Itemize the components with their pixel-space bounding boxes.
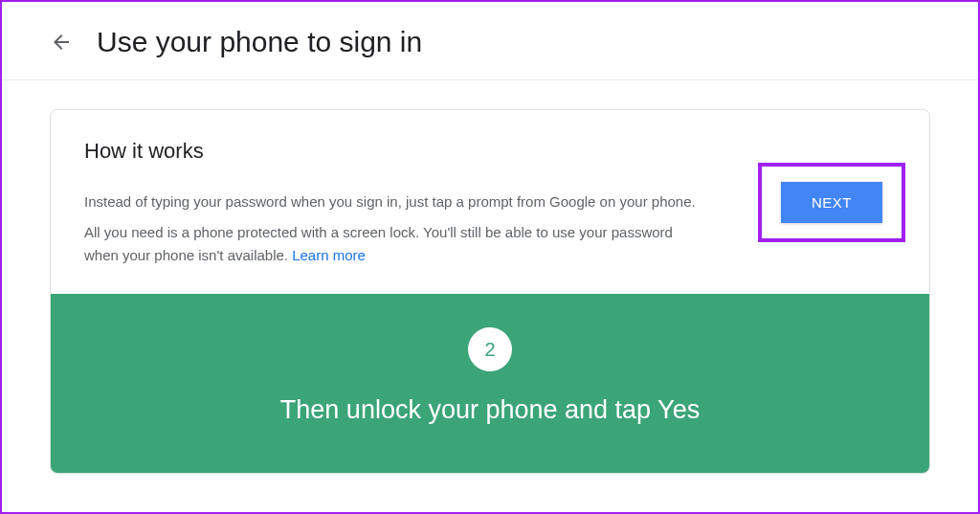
- section-title: How it works: [84, 139, 896, 164]
- next-button[interactable]: NEXT: [781, 182, 882, 223]
- back-arrow-icon[interactable]: [50, 31, 73, 54]
- how-it-works-card: How it works Instead of typing your pass…: [50, 109, 930, 474]
- description-area: Instead of typing your password when you…: [84, 190, 697, 267]
- step-banner: 2 Then unlock your phone and tap Yes: [51, 294, 929, 473]
- step-number-circle: 2: [468, 327, 512, 371]
- learn-more-link[interactable]: Learn more: [292, 247, 366, 263]
- next-button-highlight: NEXT: [758, 163, 905, 242]
- content-area: How it works Instead of typing your pass…: [2, 80, 978, 474]
- description-paragraph-1: Instead of typing your password when you…: [84, 190, 697, 213]
- card-top-section: How it works Instead of typing your pass…: [51, 110, 929, 294]
- step-instruction: Then unlock your phone and tap Yes: [70, 395, 910, 425]
- page-header: Use your phone to sign in: [2, 2, 978, 80]
- step-number: 2: [484, 339, 495, 361]
- description-paragraph-2: All you need is a phone protected with a…: [84, 221, 697, 267]
- description-text-2: All you need is a phone protected with a…: [84, 224, 673, 263]
- page-title: Use your phone to sign in: [97, 26, 422, 58]
